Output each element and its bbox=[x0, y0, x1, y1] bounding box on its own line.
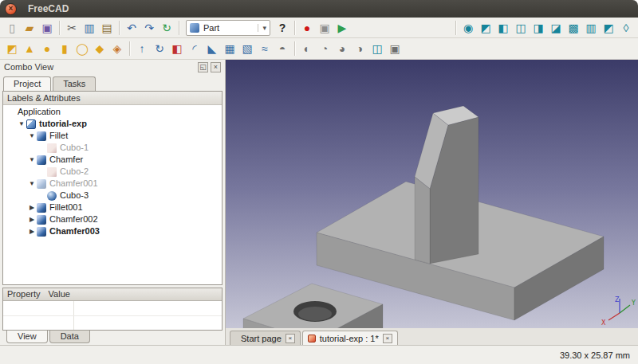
sphere-icon[interactable]: ● bbox=[38, 40, 56, 57]
tree-item-chamfer001[interactable]: ▼ Chamfer001 bbox=[3, 178, 222, 190]
model-rib-front-face[interactable] bbox=[415, 177, 430, 264]
dimension-readout: 39.30 x 25.87 mm bbox=[560, 350, 630, 360]
create-primitives-icon[interactable]: ◆ bbox=[91, 40, 108, 57]
tab-tasks[interactable]: Tasks bbox=[53, 76, 96, 91]
fit-all-icon[interactable]: ◉ bbox=[459, 19, 477, 37]
combo-view-tabs: ProjectTasks bbox=[0, 74, 225, 91]
revolve-icon[interactable]: ↻ bbox=[151, 40, 168, 57]
document-tab-label: Start page bbox=[241, 334, 282, 343]
compound-icon[interactable]: ▣ bbox=[386, 40, 404, 57]
shape-builder-icon[interactable]: ◈ bbox=[108, 40, 126, 57]
status-bar: 39.30 x 25.87 mm bbox=[0, 345, 638, 364]
3d-viewport-canvas[interactable]: Z Y X bbox=[226, 60, 638, 328]
tree-item-fillet[interactable]: ▼ Fillet bbox=[3, 130, 222, 142]
tree-item-label: Chamfer003 bbox=[49, 225, 100, 237]
cylinder-icon[interactable]: ▮ bbox=[56, 40, 73, 57]
tab-tutorial-exp-doc[interactable]: tutorial-exp : 1* × bbox=[302, 331, 398, 345]
tree-item-cubo-3[interactable]: Cubo-3 bbox=[3, 190, 222, 202]
ruled-surface-icon[interactable]: ▦ bbox=[221, 40, 238, 57]
chamfer-icon[interactable]: ◣ bbox=[203, 40, 221, 57]
window-title: FreeCAD bbox=[28, 3, 69, 14]
macro-record-icon[interactable]: ● bbox=[298, 19, 316, 37]
sweep-icon[interactable]: ≈ bbox=[256, 40, 274, 57]
main-toolbar: ▯▰▣ ✂▥▤ ↶↷↻ Part ▾ ? ●▣▶ ◉◩◧◫◨◪▩▥◩◊ bbox=[0, 18, 638, 38]
mirror-icon[interactable]: ◧ bbox=[168, 40, 186, 57]
tab-project[interactable]: Project bbox=[3, 76, 51, 91]
tab-data[interactable]: Data bbox=[49, 331, 90, 343]
tree-item-chamfer002[interactable]: ▶ Chamfer002 bbox=[3, 213, 222, 225]
tree-item-label: Cubo-3 bbox=[60, 190, 89, 202]
tree-expander-icon[interactable]: ▶ bbox=[27, 202, 37, 213]
value-column-header[interactable]: Value bbox=[45, 288, 74, 300]
cut-icon[interactable]: ✂ bbox=[63, 19, 81, 37]
isometric-view-icon[interactable]: ◩ bbox=[600, 19, 617, 37]
tree-expander-icon[interactable]: ▼ bbox=[27, 178, 37, 190]
titlebar[interactable]: × FreeCAD bbox=[0, 0, 638, 18]
tree-item-chamfer003[interactable]: ▶ Chamfer003 bbox=[3, 225, 222, 237]
tree-expander-icon[interactable]: ▼ bbox=[27, 130, 37, 142]
axonometric-view-icon[interactable]: ◩ bbox=[477, 19, 494, 37]
float-panel-button[interactable]: ◱ bbox=[198, 62, 208, 72]
tab-view[interactable]: View bbox=[6, 331, 48, 343]
tree-item-application[interactable]: Application bbox=[3, 106, 222, 118]
tree-item-label: tutorial-exp bbox=[39, 118, 87, 130]
property-editor-body[interactable] bbox=[3, 301, 222, 330]
tree-item-cubo-2[interactable]: Cubo-2 bbox=[3, 166, 222, 178]
right-view-icon[interactable]: ◨ bbox=[530, 19, 547, 37]
redo-icon[interactable]: ↷ bbox=[140, 19, 158, 37]
close-panel-button[interactable]: × bbox=[211, 62, 221, 72]
tree-item-fillet001[interactable]: ▶ Fillet001 bbox=[3, 202, 222, 213]
window-close-button[interactable]: × bbox=[5, 3, 17, 15]
intersection-icon[interactable]: ◑ bbox=[351, 40, 368, 57]
property-column-header[interactable]: Property bbox=[3, 288, 45, 300]
bottom-view-icon[interactable]: ▩ bbox=[565, 19, 582, 37]
fillet-icon[interactable]: ◜ bbox=[186, 40, 203, 57]
left-view-icon[interactable]: ▥ bbox=[582, 19, 600, 37]
macro-execute-icon[interactable]: ▶ bbox=[333, 19, 351, 37]
extrude-icon[interactable]: ↑ bbox=[133, 40, 151, 57]
3d-viewport[interactable]: Z Y X bbox=[226, 60, 638, 328]
box-icon[interactable]: ◩ bbox=[3, 40, 21, 57]
tree-expander-icon[interactable]: ▼ bbox=[27, 154, 37, 166]
tree-item-tutorial-exp[interactable]: ▼ tutorial-exp bbox=[3, 118, 222, 130]
paste-icon[interactable]: ▤ bbox=[98, 19, 116, 37]
tree-item-label: Application bbox=[18, 106, 61, 118]
cone-icon[interactable]: ▲ bbox=[21, 40, 38, 57]
save-icon[interactable]: ▣ bbox=[38, 19, 56, 37]
refresh-icon[interactable]: ↻ bbox=[158, 19, 175, 37]
tree-expander-icon[interactable]: ▼ bbox=[17, 118, 26, 130]
cut-boolean-icon[interactable]: ◔ bbox=[316, 40, 333, 57]
tree-item-chamfer[interactable]: ▼ Chamfer bbox=[3, 154, 222, 166]
boolean-icon[interactable]: ◐ bbox=[298, 40, 316, 57]
loft-icon[interactable]: ▧ bbox=[238, 40, 256, 57]
tab-close-button[interactable]: × bbox=[383, 334, 392, 343]
workbench-selector[interactable]: Part ▾ bbox=[186, 20, 270, 36]
new-document-icon[interactable]: ▯ bbox=[3, 19, 21, 37]
tab-close-button[interactable]: × bbox=[286, 334, 295, 343]
torus-icon[interactable]: ◯ bbox=[73, 40, 91, 57]
help-toolbar-group: ? bbox=[274, 19, 291, 37]
tree-item-icon bbox=[37, 227, 46, 237]
tree-expander-icon[interactable]: ▶ bbox=[27, 225, 37, 237]
whats-this-icon[interactable]: ? bbox=[274, 19, 291, 37]
tree-item-icon bbox=[37, 215, 46, 225]
front-view-icon[interactable]: ◧ bbox=[494, 19, 512, 37]
tree-item-cubo-1[interactable]: Cubo-1 bbox=[3, 142, 222, 154]
property-editor-header: PropertyValue bbox=[3, 288, 222, 301]
tree-expander-icon[interactable]: ▶ bbox=[27, 213, 37, 225]
union-icon[interactable]: ◕ bbox=[333, 40, 351, 57]
primitives-toolbar-group: ◩▲●▮◯◆◈ bbox=[3, 40, 126, 57]
section-icon[interactable]: ◓ bbox=[274, 40, 291, 57]
model-tree-box: Labels & Attributes Application ▼ bbox=[2, 91, 223, 285]
cross-sections-icon[interactable]: ◫ bbox=[368, 40, 386, 57]
undo-icon[interactable]: ↶ bbox=[123, 19, 140, 37]
rear-view-icon[interactable]: ◪ bbox=[547, 19, 565, 37]
macro-edit-icon[interactable]: ▣ bbox=[316, 19, 333, 37]
copy-icon[interactable]: ▥ bbox=[81, 19, 98, 37]
top-view-icon[interactable]: ◫ bbox=[512, 19, 530, 37]
open-document-icon[interactable]: ▰ bbox=[21, 19, 38, 37]
project-tree: Application ▼ tutorial-exp ▼ bbox=[3, 105, 222, 284]
tab-start-page[interactable]: Start page × bbox=[230, 331, 301, 345]
measure-distance-icon[interactable]: ◊ bbox=[617, 19, 635, 37]
tree-item-icon bbox=[26, 119, 36, 129]
